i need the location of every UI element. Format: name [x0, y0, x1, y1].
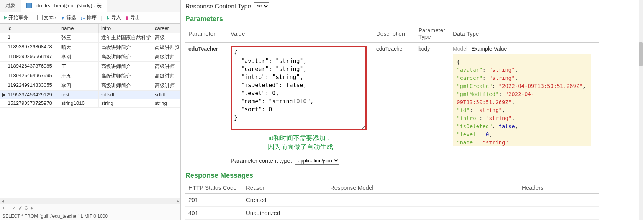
nav-cancel[interactable]: ✗ — [18, 205, 22, 211]
h-scrollbar[interactable]: ◀ ▶ — [0, 198, 180, 204]
tab-table[interactable]: edu_teacher @guli (study) - 表 — [21, 0, 107, 12]
tab-model[interactable]: Model — [453, 46, 467, 52]
col-name[interactable]: name — [59, 24, 99, 33]
tab-objects[interactable]: 对象 — [0, 0, 21, 12]
btn-import[interactable]: ⬇导入 — [106, 14, 121, 21]
table-icon — [26, 3, 32, 8]
example-value-box[interactable]: { "avatar": "string", "career": "string"… — [453, 54, 591, 146]
tab-empty — [107, 0, 180, 12]
table-row[interactable]: 1张三近年主持国家自然科学高级 — [0, 33, 180, 43]
import-icon: ⬇ — [106, 15, 110, 21]
export-icon: ⬆ — [125, 15, 129, 21]
rct-select[interactable]: */* — [254, 2, 269, 10]
param-body-editor[interactable] — [231, 46, 367, 130]
editor-tabs: 对象 edu_teacher @guli (study) - 表 — [0, 0, 180, 12]
annotation: id和时间不需要添加， 因为前面做了自动生成 — [231, 134, 370, 151]
table-row[interactable]: 1512790370725978string1010stringstring — [0, 99, 180, 108]
param-type: body — [415, 43, 450, 168]
table-row[interactable]: 1189426437876985王二高级讲师简介高级讲师 — [0, 62, 180, 71]
sort-icon: ↓≡ — [80, 15, 85, 21]
col-intro[interactable]: intro — [99, 24, 152, 33]
nav-delete[interactable]: − — [7, 205, 10, 211]
table-toolbar: 开始事务 | 文本▾ ▼筛选 ↓≡排序 | ⬇导入 ⬆导出 — [0, 12, 180, 24]
response-row: 401Unauthorized — [185, 207, 599, 220]
nav-refresh[interactable]: C — [25, 205, 28, 211]
tab-example-value[interactable]: Example Value — [471, 46, 507, 52]
play-icon — [4, 16, 7, 20]
btn-filter[interactable]: ▼筛选 — [60, 14, 76, 21]
nav-stop[interactable]: ● — [30, 205, 33, 211]
nav-add[interactable]: + — [2, 205, 5, 211]
swagger-panel: Response Content Type */* Parameters Par… — [181, 0, 644, 220]
btn-begin-transaction[interactable]: 开始事务 — [4, 14, 28, 21]
parameters-table: Parameter Value Description Parameter Ty… — [185, 25, 599, 168]
pct-label: Parameter content type: — [231, 157, 292, 164]
response-row: 201Created — [185, 194, 599, 207]
record-nav: + − ✓ ✗ C ● — [0, 204, 180, 212]
table-row[interactable]: 1189426464967995王五高级讲师简介高级讲师 — [0, 71, 180, 81]
status-bar: SELECT * FROM `guli`.`edu_teacher` LIMIT… — [0, 212, 180, 220]
filter-icon: ▼ — [60, 15, 65, 21]
scrollbar-thumb[interactable] — [639, 42, 643, 66]
grid-footer: ◀ ▶ + − ✓ ✗ C ● SELECT * FROM `guli`.`ed… — [0, 198, 180, 220]
pct-select[interactable]: application/json — [295, 157, 339, 165]
table-row[interactable]: 1189390295668497李刚高级讲师简介高级讲师 — [0, 52, 180, 62]
table-row[interactable]: 1192249914833055李四高级讲师简介高级讲师 — [0, 81, 180, 91]
response-table: HTTP Status Code Reason Response Model H… — [185, 182, 599, 220]
table-row[interactable]: 1189389726308478晴天高级讲师简介高级讲师资 — [0, 43, 180, 52]
table-row[interactable]: ▶1195337453429129testsdfsdfsdfdf — [0, 91, 180, 99]
col-career[interactable]: career — [152, 24, 179, 33]
param-name: eduTeacher — [185, 43, 228, 168]
db-viewer-panel: 对象 edu_teacher @guli (study) - 表 开始事务 | … — [0, 0, 181, 220]
rct-label: Response Content Type — [185, 3, 251, 10]
document-icon — [37, 15, 43, 20]
parameters-heading: Parameters — [185, 15, 599, 23]
scroll-right-icon[interactable]: ▶ — [175, 199, 180, 203]
grid-header: id name intro career — [0, 24, 180, 33]
response-messages-heading: Response Messages — [185, 172, 599, 180]
v-scrollbar[interactable] — [639, 0, 643, 220]
btn-sort[interactable]: ↓≡排序 — [80, 14, 97, 21]
nav-apply[interactable]: ✓ — [12, 205, 16, 211]
btn-text[interactable]: 文本▾ — [37, 14, 56, 21]
col-id[interactable]: id — [5, 24, 59, 33]
scroll-left-icon[interactable]: ◀ — [0, 199, 5, 203]
data-grid[interactable]: id name intro career 1张三近年主持国家自然科学高级1189… — [0, 24, 180, 198]
btn-export[interactable]: ⬆导出 — [125, 14, 140, 21]
param-description: eduTeacher — [373, 43, 415, 168]
